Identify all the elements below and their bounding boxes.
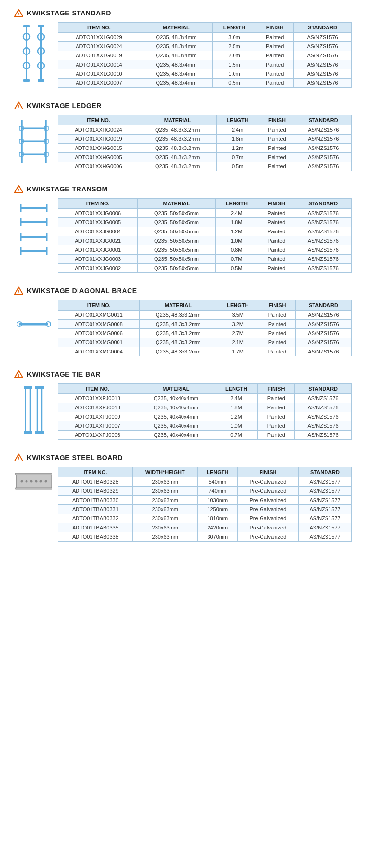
table-cell: Q235, 48.3x4mm — [140, 60, 212, 69]
table-cell: Q235, 48.3x4mm — [140, 42, 212, 51]
table-cell: Painted — [258, 245, 295, 255]
table-cell: Q235, 40x40x4mm — [137, 421, 215, 431]
table-diagonal: ITEM NO. MATERIAL LENGTH FINISH STANDARD… — [58, 300, 352, 356]
table-row: ADTO01XXJG0005Q235, 50x50x5mm1.8MPainted… — [58, 218, 352, 227]
table-row: ADTO01TBAB0328230x63mm540mmPre-Galvanize… — [58, 477, 352, 487]
col-header-finish-tb: FINISH — [258, 384, 295, 394]
table-cell: Q235, 48.3x3.2mm — [139, 144, 216, 153]
col-header-length: LENGTH — [212, 23, 256, 33]
table-cell: 230x63mm — [132, 532, 197, 542]
table-cell: Painted — [258, 209, 295, 218]
warning-icon-transom: ! — [14, 185, 23, 193]
section-layout-transom: ITEM NO. MATERIAL LENGTH FINISH STANDARD… — [14, 198, 352, 273]
svg-point-57 — [21, 480, 23, 483]
col-header-length-sb: LENGTH — [197, 467, 237, 477]
table-cell: ADTO01TBAB0329 — [58, 487, 133, 496]
table-cell: 2.4m — [216, 125, 259, 135]
svg-rect-49 — [37, 387, 42, 433]
svg-text:!: ! — [18, 456, 20, 461]
table-cell: Q235, 48.3x3.2mm — [139, 135, 216, 144]
col-header-material-d: MATERIAL — [140, 300, 217, 311]
table-cell: 3070mm — [197, 532, 237, 542]
table-cell: Q235, 48.3x4mm — [140, 51, 212, 60]
warning-icon-steelboard: ! — [14, 453, 23, 462]
table-cell: ADTO01XXJG0005 — [58, 218, 138, 227]
col-header-finish-t: FINISH — [258, 199, 295, 209]
section-layout-ledger: ITEM NO. MATERIAL LENGTH FINISH STANDARD… — [14, 115, 352, 171]
table-cell: ADTO01XXJG0002 — [58, 264, 138, 273]
table-cell: Painted — [259, 347, 296, 356]
table-cell: ADTO01XXHG0015 — [58, 144, 139, 153]
warning-icon-diagonal: ! — [14, 286, 23, 295]
table-cell: Painted — [259, 125, 295, 135]
section-layout-steelboard: ITEM NO. WIDTH*HEIGHT LENGTH FINISH STAN… — [14, 467, 352, 542]
table-cell: 1.8M — [215, 218, 258, 227]
table-cell: Painted — [256, 42, 294, 51]
warning-icon: ! — [14, 9, 23, 17]
table-cell: Painted — [259, 135, 295, 144]
svg-rect-13 — [38, 25, 44, 27]
table-cell: ADTO01XXHG0024 — [58, 125, 139, 135]
col-header-length-t: LENGTH — [215, 199, 258, 209]
table-row: ADTO01XXJG0001Q235, 50x50x5mm0.8MPainted… — [58, 245, 352, 255]
table-cell: Q235, 50x50x5mm — [138, 218, 215, 227]
table-cell: Painted — [258, 412, 295, 421]
table-row: ADTO01XXLG0014Q235, 48.3x4mm1.5mPaintedA… — [58, 60, 352, 69]
table-cell: Painted — [256, 79, 294, 88]
svg-text:!: ! — [18, 289, 20, 294]
table-cell: AS/NZS1576 — [295, 394, 352, 403]
col-header-finish-sb: FINISH — [237, 467, 298, 477]
table-cell: AS/NZS1576 — [295, 311, 351, 320]
table-row: ADTO01XXHG0015Q235, 48.3x3.2mm1.2mPainte… — [58, 144, 352, 153]
col-header-finish-l: FINISH — [259, 115, 295, 125]
table-cell: Pre-Galvanized — [237, 523, 298, 532]
table-cell: ADTO01TBAB0335 — [58, 523, 133, 532]
table-row: ADTO01XXMG0008Q235, 48.3x3.2mm3.2MPainte… — [58, 320, 352, 329]
table-cell: Painted — [258, 227, 295, 236]
table-cell: ADTO01XXJG0006 — [58, 209, 138, 218]
col-header-length-l: LENGTH — [216, 115, 259, 125]
table-cell: ADTO01TBAB0330 — [58, 496, 133, 505]
table-cell: 1.8M — [215, 403, 258, 412]
table-cell: ADTO01TBAB0332 — [58, 514, 133, 523]
table-cell: Painted — [259, 311, 296, 320]
table-cell: AS/NZS1576 — [294, 51, 352, 60]
table-cell: 1.2M — [215, 412, 258, 421]
table-cell: AS/NZS1576 — [294, 33, 352, 42]
table-row: ADTO01XXHG0006Q235, 48.3x3.2mm0.5mPainte… — [58, 162, 352, 171]
table-cell: 3.0m — [212, 33, 256, 42]
table-cell: Painted — [256, 33, 294, 42]
table-cell: Painted — [258, 236, 295, 245]
table-row: ADTO01XXPJ0009Q235, 40x40x4mm1.2MPainted… — [58, 412, 352, 421]
col-header-material: MATERIAL — [140, 23, 212, 33]
svg-point-61 — [40, 480, 42, 483]
table-cell: 230x63mm — [132, 523, 197, 532]
svg-point-58 — [26, 480, 28, 483]
table-cell: Painted — [259, 162, 295, 171]
product-image-tiebar — [14, 383, 53, 436]
table-cell: ADTO01XXJG0004 — [58, 227, 138, 236]
table-cell: Painted — [259, 320, 296, 329]
svg-text:!: ! — [18, 12, 20, 16]
table-cell: Painted — [258, 431, 295, 440]
table-cell: 3.5M — [217, 311, 259, 320]
table-cell: AS/NZS1576 — [294, 69, 352, 79]
table-row: ADTO01XXJG0021Q235, 50x50x5mm1.0MPainted… — [58, 236, 352, 245]
table-cell: 230x63mm — [132, 477, 197, 487]
table-cell: AS/NZS1576 — [295, 320, 351, 329]
table-cell: 1250mm — [197, 505, 237, 514]
table-cell: ADTO01TBAB0331 — [58, 505, 133, 514]
table-cell: ADTO01XXMG0001 — [58, 338, 140, 347]
table-cell: Painted — [259, 329, 296, 338]
table-cell: 2.7M — [217, 329, 259, 338]
table-cell: 2.1M — [217, 338, 259, 347]
table-cell: Painted — [258, 403, 295, 412]
table-cell: Q235, 48.3x3.2mm — [139, 162, 216, 171]
table-cell: Painted — [259, 338, 296, 347]
table-cell: Pre-Galvanized — [237, 487, 298, 496]
col-header-widthheight-sb: WIDTH*HEIGHT — [132, 467, 197, 477]
section-transom: ! KWIKSTAGE TRANSOM — [0, 176, 366, 278]
col-header-standard: STANDARD — [294, 23, 352, 33]
svg-rect-11 — [38, 79, 44, 82]
section-title-steelboard: ! KWIKSTAGE STEEL BOARD — [14, 453, 352, 462]
